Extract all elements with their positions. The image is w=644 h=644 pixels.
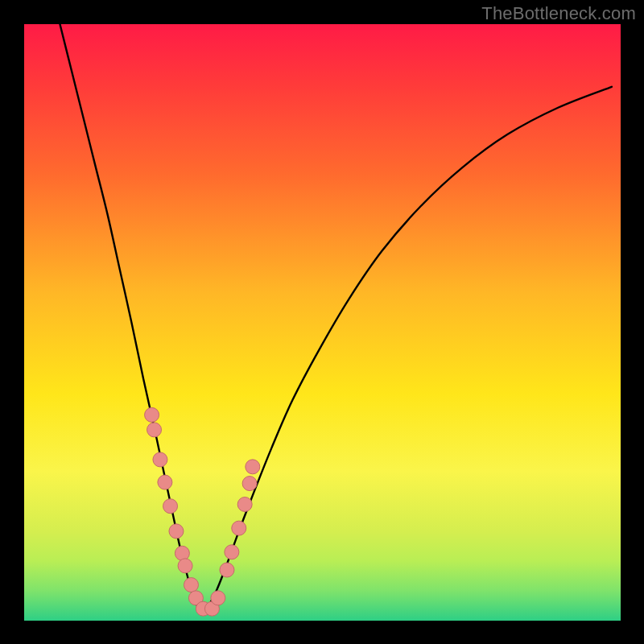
dot-marker — [175, 546, 189, 560]
dot-marker — [246, 460, 260, 474]
dot-marker — [153, 452, 167, 467]
dot-marker — [220, 563, 234, 577]
chart-stage: TheBottleneck.com — [0, 0, 644, 644]
dot-marker — [163, 499, 178, 514]
dot-marker — [242, 477, 257, 491]
watermark-text: TheBottleneck.com — [481, 3, 636, 24]
dot-marker — [237, 497, 252, 512]
dot-marker — [169, 524, 184, 539]
dot-marker — [184, 578, 198, 592]
dot-marker — [232, 521, 246, 535]
dot-marker — [225, 545, 239, 559]
dot-marker — [145, 407, 159, 422]
right-curve — [203, 87, 612, 615]
dot-marker — [211, 591, 225, 605]
dot-marker — [158, 475, 172, 489]
dot-marker — [178, 559, 192, 573]
plot-area — [24, 24, 621, 621]
dot-marker — [147, 423, 162, 437]
dots-group — [145, 407, 260, 616]
right-curve-path — [203, 87, 612, 615]
curves-layer — [24, 24, 621, 621]
